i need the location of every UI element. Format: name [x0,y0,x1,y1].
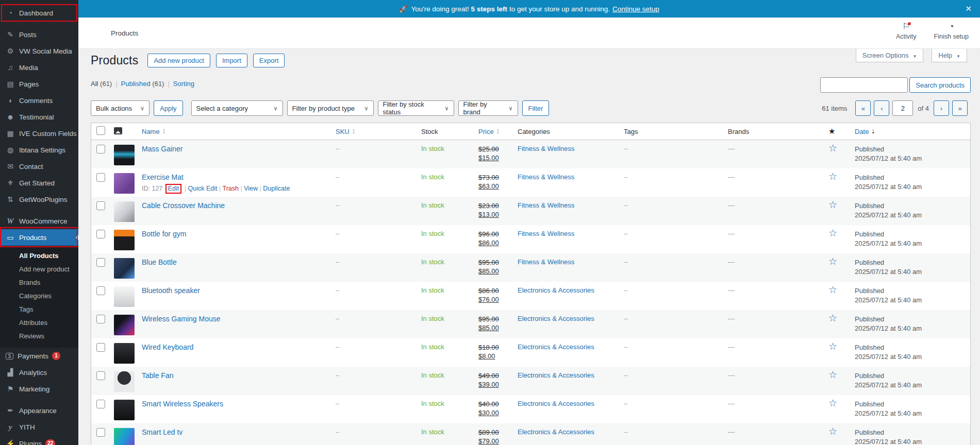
product-thumb[interactable] [114,315,135,335]
sidebar-item-getwooplugins[interactable]: ⇅GetWooPlugins [0,191,78,208]
product-thumb[interactable] [114,400,135,420]
feature-star-icon[interactable]: ☆ [828,285,837,294]
product-thumb[interactable] [114,343,135,364]
category-filter-select[interactable]: Select a category [191,100,283,116]
sidebar-subitem-reviews[interactable]: Reviews [0,330,78,343]
category-link[interactable]: Fitness & Wellness [518,173,574,181]
product-name-link[interactable]: Bluetooth speaker [142,286,200,295]
continue-setup-link[interactable]: Continue setup [612,5,659,13]
sidebar-subitem-attributes[interactable]: Attributes [0,316,78,330]
current-page-input[interactable] [892,100,913,116]
feature-star-icon[interactable]: ☆ [828,200,837,209]
row-checkbox[interactable] [96,201,105,210]
row-checkbox[interactable] [96,315,105,323]
sidebar-item-products[interactable]: ▭Products [0,229,78,246]
category-link[interactable]: Electronics & Accessories [518,371,594,379]
screen-options-button[interactable]: Screen Options [856,49,924,62]
category-link[interactable]: Electronics & Accessories [518,315,594,322]
category-link[interactable]: Fitness & Wellness [518,230,574,237]
category-link[interactable]: Fitness & Wellness [518,201,574,209]
product-thumb[interactable] [114,286,135,307]
row-checkbox[interactable] [96,428,105,437]
product-thumb[interactable] [114,428,135,445]
sort-name-header[interactable]: Name [142,128,165,135]
sidebar-subitem-tags[interactable]: Tags [0,303,78,316]
product-thumb[interactable] [114,258,135,279]
feature-star-icon[interactable]: ☆ [828,342,837,351]
product-name-link[interactable]: Smart Wireless Speakers [142,400,223,408]
product-thumb[interactable] [114,371,135,392]
sidebar-item-pages[interactable]: ▤Pages [0,76,78,92]
featured-star-icon[interactable]: ★ [828,127,835,135]
product-name-link[interactable]: Bottle for gym [142,230,186,238]
view-published[interactable]: Published (61) [121,80,164,88]
product-name-link[interactable]: Wireless Gaming Mouse [142,315,221,323]
category-link[interactable]: Fitness & Wellness [518,258,574,266]
filter-button[interactable]: Filter [522,100,550,116]
row-action-quick-edit[interactable]: Quick Edit [188,185,218,192]
category-link[interactable]: Electronics & Accessories [518,400,594,407]
row-action-edit[interactable]: Edit [165,184,182,194]
first-page-button[interactable]: « [855,100,871,116]
sidebar-item-dashboard[interactable]: ◔Dashboard [0,5,78,21]
row-checkbox[interactable] [96,343,105,352]
sidebar-item-analytics[interactable]: ▟Analytics [0,364,78,381]
row-checkbox[interactable] [96,145,105,153]
apply-button[interactable]: Apply [154,100,183,116]
product-name-link[interactable]: Blue Bottle [142,258,177,267]
sidebar-item-get-started[interactable]: ⚜Get Started [0,175,78,191]
sidebar-item-payments[interactable]: $Payments1 [0,348,78,364]
close-icon[interactable]: ✕ [965,4,972,13]
sidebar-item-woocommerce[interactable]: WWooCommerce [0,213,78,229]
feature-star-icon[interactable]: ☆ [828,427,837,436]
feature-star-icon[interactable]: ☆ [828,172,837,181]
product-name-link[interactable]: Cable Crossover Machine [142,201,225,210]
row-checkbox[interactable] [96,400,105,408]
feature-star-icon[interactable]: ☆ [828,399,837,407]
product-thumb[interactable] [114,145,135,165]
next-page-button[interactable]: › [934,100,949,116]
feature-star-icon[interactable]: ☆ [828,229,837,237]
prev-page-button[interactable]: ‹ [874,100,889,116]
sidebar-item-testimonial[interactable]: ☻Testimonial [0,109,78,125]
product-name-link[interactable]: Table Fan [142,371,173,380]
product-name-link[interactable]: Smart Led tv [142,428,182,437]
sort-sku-header[interactable]: SKU [336,128,355,135]
product-name-link[interactable]: Mass Gainer [142,145,182,153]
category-link[interactable]: Electronics & Accessories [518,428,594,436]
product-thumb[interactable] [114,230,135,250]
sidebar-item-media[interactable]: ♫Media [0,59,78,76]
category-link[interactable]: Fitness & Wellness [518,145,574,152]
row-checkbox[interactable] [96,258,105,267]
sidebar-item-ibtana-settings[interactable]: ◍Ibtana Settings [0,142,78,158]
sidebar-item-comments[interactable]: ◗Comments [0,92,78,109]
sidebar-subitem-categories[interactable]: Categories [0,289,78,303]
view-sorting[interactable]: Sorting [173,80,194,88]
sidebar-subitem-brands[interactable]: Brands [0,276,78,289]
sidebar-item-appearance[interactable]: ✒Appearance [0,402,78,419]
bulk-actions-select[interactable]: Bulk actions [91,100,150,116]
row-checkbox[interactable] [96,286,105,295]
feature-star-icon[interactable]: ☆ [828,257,837,266]
view-all[interactable]: All (61) [91,80,112,88]
row-checkbox[interactable] [96,371,105,380]
row-checkbox[interactable] [96,230,105,238]
product-thumb[interactable] [114,201,135,222]
select-all-checkbox[interactable] [96,126,105,135]
last-page-button[interactable]: » [952,100,968,116]
row-action-view[interactable]: View [244,185,258,192]
sort-price-header[interactable]: Price [478,128,500,135]
add-new-product-button[interactable]: Add new product [147,54,210,67]
sidebar-item-contact[interactable]: ✉Contact [0,158,78,175]
sidebar-item-vw-social-media[interactable]: ⚙VW Social Media [0,43,78,59]
category-link[interactable]: Electronics & Accessories [518,343,594,351]
sidebar-subitem-add-new-product[interactable]: Add new product [0,263,78,276]
row-action-duplicate[interactable]: Duplicate [263,185,290,192]
sidebar-item-plugins[interactable]: ⚡Plugins22 [0,435,78,445]
finish-setup-button[interactable]: Finish setup [934,22,969,40]
feature-star-icon[interactable]: ☆ [828,314,837,322]
stock-status-filter-select[interactable]: Filter by stock status [378,100,454,116]
activity-button[interactable]: Activity [896,22,917,40]
row-action-trash[interactable]: Trash [222,185,239,192]
help-button[interactable]: Help [932,49,967,62]
